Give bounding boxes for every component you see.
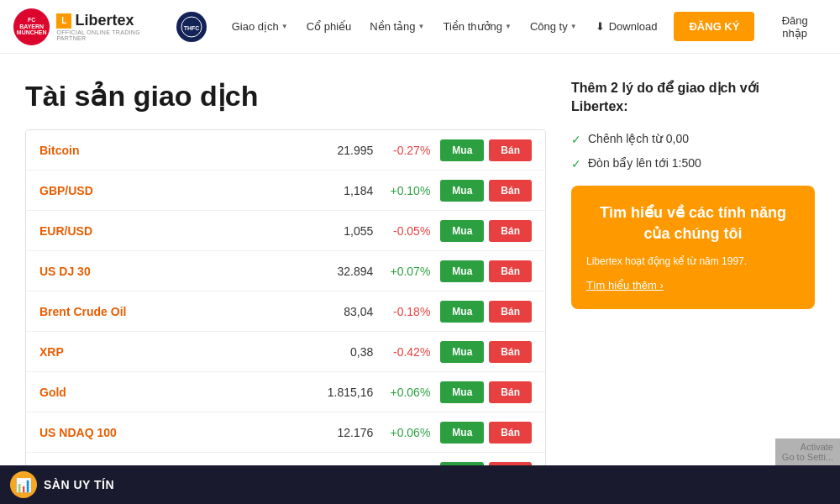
libertex-logo: L Libertex OFFICIAL ONLINE TRADING PARTN… (56, 12, 170, 41)
nav-download[interactable]: ⬇ Download (587, 13, 666, 39)
buy-button[interactable]: Mua (440, 422, 484, 444)
main-content: Tài sản giao dịch Bitcoin 21.995 -0.27% … (0, 54, 840, 465)
navbar: FCBAYERNMÜNCHEN L Libertex OFFICIAL ONLI… (0, 0, 840, 54)
sell-button[interactable]: Bán (489, 180, 532, 202)
promo-card: Tìm hiểu về các tính năng của chúng tôi … (571, 186, 815, 309)
asset-price: 1.815,16 (297, 386, 373, 399)
asset-name: US NDAQ 100 (39, 426, 297, 439)
register-button[interactable]: ĐĂNG KÝ (674, 12, 754, 41)
san-uy-tin-icon: 📊 (10, 471, 37, 498)
asset-change: -0.42% (373, 345, 440, 359)
sell-button[interactable]: Bán (489, 422, 532, 444)
asset-change: +0.07% (373, 265, 440, 278)
asset-change: -0.27% (373, 144, 440, 157)
svg-text:THFC: THFC (184, 25, 200, 31)
sell-button[interactable]: Bán (489, 139, 532, 161)
asset-name: US DJ 30 (39, 265, 297, 278)
nav-cong-ty[interactable]: Công ty ▼ (522, 13, 585, 39)
table-row: US DJ 30 32.894 +0.07% Mua Bán (26, 251, 545, 291)
table-row: GBP/USD 1,184 +0.10% Mua Bán (26, 171, 545, 211)
asset-change: -0.18% (373, 305, 440, 318)
sell-button[interactable]: Bán (489, 220, 532, 242)
table-row: XRP 0,38 -0.42% Mua Bán (26, 332, 545, 372)
asset-name: Gold (39, 386, 297, 399)
asset-name: GBP/USD (39, 184, 297, 197)
libertex-brand: L Libertex (56, 12, 134, 29)
asset-name: XRP (39, 345, 297, 359)
asset-price: 83,04 (297, 305, 373, 318)
chevron-down-icon: ▼ (418, 23, 425, 30)
login-button[interactable]: Đăng nhập (763, 8, 827, 46)
page-title: Tài sản giao dịch (25, 79, 546, 113)
buy-button[interactable]: Mua (440, 260, 484, 282)
chevron-down-icon: ▼ (505, 23, 512, 30)
asset-price: 1,184 (297, 184, 373, 197)
chevron-down-icon: ▼ (570, 23, 577, 30)
feature-label-1: Chênh lệch từ 0,00 (588, 132, 689, 145)
check-icon: ✓ (571, 157, 581, 171)
promo-link[interactable]: Tìm hiểu thêm › (586, 279, 664, 291)
chevron-down-icon: ▼ (281, 23, 288, 30)
asset-price: 21.995 (297, 144, 373, 157)
download-icon: ⬇ (596, 20, 605, 33)
table-row: EUR/USD 1,055 -0.05% Mua Bán (26, 211, 545, 251)
activate-overlay: Activate Go to Setti... (775, 438, 840, 465)
sell-button[interactable]: Bán (489, 301, 532, 323)
buy-button[interactable]: Mua (440, 341, 484, 363)
sell-button[interactable]: Bán (489, 260, 532, 282)
asset-change: +0.06% (373, 426, 440, 439)
footer-bar: 📊 SÀN UY TÍN (0, 465, 840, 504)
table-section: Tài sản giao dịch Bitcoin 21.995 -0.27% … (25, 79, 546, 465)
sell-button[interactable]: Bán (489, 341, 532, 363)
feature-item-1: ✓ Chênh lệch từ 0,00 (571, 132, 815, 146)
libertex-name: Libertex (75, 12, 134, 29)
nav-nen-tang[interactable]: Nền tảng ▼ (361, 13, 433, 39)
nav-co-phieu[interactable]: Cổ phiếu (298, 13, 360, 39)
table-row: Bitcoin 21.995 -0.27% Mua Bán (26, 130, 545, 171)
nav-giao-dich[interactable]: Giao dịch ▼ (223, 13, 297, 39)
promo-description: Libertex hoạt động kể từ năm 1997. (586, 255, 800, 269)
libertex-icon: L (56, 13, 71, 29)
nav-links: Giao dịch ▼ Cổ phiếu Nền tảng ▼ Tiền thư… (223, 13, 666, 39)
asset-price: 32.894 (297, 265, 373, 278)
check-icon: ✓ (571, 133, 581, 146)
buy-button[interactable]: Mua (440, 220, 484, 242)
asset-name: EUR/USD (39, 224, 297, 238)
table-row: Gold 1.815,16 +0.06% Mua Bán (26, 372, 545, 412)
sell-button[interactable]: Bán (489, 381, 532, 403)
promo-title: Tìm hiểu về các tính năng của chúng tôi (586, 202, 800, 244)
asset-price: 1,055 (297, 224, 373, 238)
logo-group: FCBAYERNMÜNCHEN L Libertex OFFICIAL ONLI… (13, 8, 207, 45)
buy-button[interactable]: Mua (440, 301, 484, 323)
asset-change: +0.10% (373, 184, 440, 197)
feature-label-2: Đòn bẩy lên tới 1:500 (588, 156, 701, 170)
buy-button[interactable]: Mua (440, 139, 484, 161)
table-row: US NDAQ 100 12.176 +0.06% Mua Bán (26, 412, 545, 453)
feature-item-2: ✓ Đòn bẩy lên tới 1:500 (571, 156, 815, 171)
asset-price: 0,38 (297, 345, 373, 359)
asset-name: Bitcoin (39, 144, 297, 157)
table-row: Brent Crude Oil 83,04 -0.18% Mua Bán (26, 291, 545, 332)
right-sidebar: Thêm 2 lý do để giao dịch với Libertex: … (571, 79, 815, 465)
libertex-subtitle: OFFICIAL ONLINE TRADING PARTNER (56, 29, 170, 41)
fcb-logo: FCBAYERNMÜNCHEN (13, 8, 50, 45)
spurs-logo: THFC (176, 12, 207, 42)
assets-table: Bitcoin 21.995 -0.27% Mua Bán GBP/USD 1,… (25, 129, 546, 494)
asset-change: -0.05% (373, 224, 440, 238)
asset-name: Brent Crude Oil (39, 305, 297, 318)
asset-change: +0.06% (373, 386, 440, 399)
asset-price: 12.176 (297, 426, 373, 439)
sidebar-heading: Thêm 2 lý do để giao dịch với Libertex: (571, 79, 815, 117)
buy-button[interactable]: Mua (440, 180, 484, 202)
footer-label: SÀN UY TÍN (44, 478, 114, 491)
buy-button[interactable]: Mua (440, 381, 484, 403)
nav-tien-thuong[interactable]: Tiền thưởng ▼ (434, 13, 519, 39)
